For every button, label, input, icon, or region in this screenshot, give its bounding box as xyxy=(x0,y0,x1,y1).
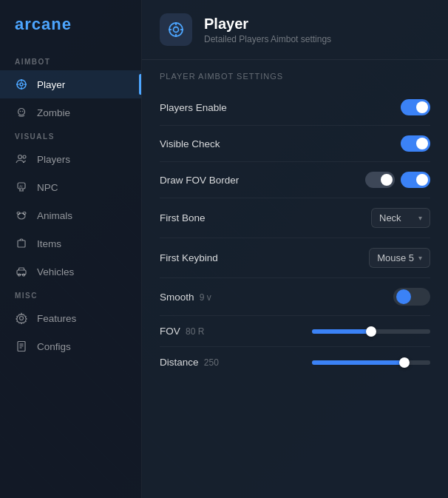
draw-fov-border-toggle-blue[interactable] xyxy=(401,172,430,188)
smooth-label: Smooth 9 v xyxy=(160,292,211,303)
setting-row-first-keybind: First Keybind Mouse 5 ▾ xyxy=(160,238,430,278)
fov-subval: 80 R xyxy=(183,326,205,337)
section-label-visuals: VISUALS xyxy=(0,127,141,145)
setting-row-fov: FOV 80 R xyxy=(160,316,430,347)
distance-slider-fill xyxy=(312,360,404,365)
smooth-toggle[interactable] xyxy=(393,288,430,306)
setting-row-first-bone: First Bone Neck ▾ xyxy=(160,198,430,238)
players-enable-label: Players Enable xyxy=(160,102,227,113)
svg-point-10 xyxy=(23,155,26,158)
settings-section-label: Player Aimbot Settings xyxy=(160,72,430,81)
visible-check-label: Visible Check xyxy=(160,138,220,149)
first-bone-chevron-icon: ▾ xyxy=(418,214,422,222)
users-icon xyxy=(15,152,28,166)
draw-fov-border-label: Draw FOV Border xyxy=(160,175,239,186)
nav-label-configs: Configs xyxy=(37,341,71,352)
svg-point-7 xyxy=(20,111,21,112)
app-logo: arcane xyxy=(0,15,141,52)
configs-file-icon xyxy=(15,340,28,353)
distance-slider-track xyxy=(312,360,430,365)
fov-slider-thumb[interactable] xyxy=(366,326,376,337)
svg-point-26 xyxy=(174,27,179,33)
items-icon xyxy=(15,237,28,250)
fov-slider-fill xyxy=(312,329,371,334)
svg-point-6 xyxy=(18,109,25,115)
animals-icon xyxy=(15,209,28,222)
visible-check-toggle[interactable] xyxy=(401,135,430,152)
sidebar-item-players[interactable]: Players xyxy=(0,145,141,173)
svg-point-8 xyxy=(22,111,24,112)
fov-slider-track xyxy=(312,329,430,334)
distance-subval: 250 xyxy=(202,357,219,368)
nav-label-player: Player xyxy=(37,79,65,90)
nav-label-players-visuals: Players xyxy=(37,154,70,165)
vehicles-icon xyxy=(15,265,28,278)
header-text: Player Detailed Players Aimbot settings xyxy=(204,16,331,44)
sidebar-item-zombie[interactable]: Zombie xyxy=(0,98,141,127)
draw-fov-border-controls xyxy=(365,172,430,188)
sidebar-item-configs[interactable]: Configs xyxy=(0,332,141,360)
svg-point-20 xyxy=(20,317,24,320)
first-keybind-value: Mouse 5 xyxy=(377,252,414,263)
svg-point-1 xyxy=(20,83,23,86)
features-gear-icon xyxy=(15,312,28,325)
setting-row-draw-fov-border: Draw FOV Border xyxy=(160,162,430,198)
setting-row-distance: Distance 250 xyxy=(160,347,430,377)
nav-label-zombie: Zombie xyxy=(37,107,70,118)
first-keybind-dropdown[interactable]: Mouse 5 ▾ xyxy=(369,248,430,268)
first-bone-value: Neck xyxy=(379,212,401,223)
section-label-misc: MISC xyxy=(0,286,141,304)
main-content: Player Detailed Players Aimbot settings … xyxy=(142,0,448,498)
sidebar-item-items[interactable]: Items xyxy=(0,229,141,258)
page-title: Player xyxy=(204,16,331,33)
svg-point-15 xyxy=(23,212,26,215)
fov-slider[interactable] xyxy=(312,329,430,334)
section-label-aimbot: AIMBOT xyxy=(0,52,141,70)
svg-text:AI: AI xyxy=(19,184,23,189)
first-bone-label: First Bone xyxy=(160,212,206,223)
nav-label-npc: NPC xyxy=(37,182,58,193)
nav-label-animals: Animals xyxy=(37,210,72,221)
npc-icon: AI xyxy=(15,181,28,194)
sidebar-item-vehicles[interactable]: Vehicles xyxy=(0,258,141,286)
sidebar-item-features[interactable]: Features xyxy=(0,304,141,332)
setting-row-players-enable: Players Enable xyxy=(160,90,430,126)
distance-slider-thumb[interactable] xyxy=(399,357,410,368)
page-header: Player Detailed Players Aimbot settings xyxy=(142,0,448,60)
setting-row-smooth: Smooth 9 v xyxy=(160,278,430,316)
svg-rect-16 xyxy=(18,240,25,247)
setting-row-visible-check: Visible Check xyxy=(160,126,430,162)
header-icon xyxy=(160,13,192,46)
sidebar: arcane AIMBOT Player xyxy=(0,0,142,498)
svg-point-14 xyxy=(17,212,20,215)
svg-point-9 xyxy=(18,155,22,159)
first-keybind-label: First Keybind xyxy=(160,252,218,263)
sidebar-item-player[interactable]: Player xyxy=(0,70,141,98)
distance-slider[interactable] xyxy=(312,360,430,365)
smooth-subval: 9 v xyxy=(197,292,211,303)
sidebar-item-npc[interactable]: AI NPC xyxy=(0,173,141,201)
distance-label: Distance 250 xyxy=(160,357,219,368)
players-enable-toggle[interactable] xyxy=(401,99,430,115)
crosshair-icon xyxy=(15,78,28,91)
nav-label-features: Features xyxy=(37,313,76,324)
nav-label-items: Items xyxy=(37,238,61,249)
fov-label: FOV 80 R xyxy=(160,326,204,337)
sidebar-item-animals[interactable]: Animals xyxy=(0,201,141,229)
first-bone-dropdown[interactable]: Neck ▾ xyxy=(371,208,430,228)
settings-panel: Player Aimbot Settings Players Enable Vi… xyxy=(142,60,448,498)
first-keybind-chevron-icon: ▾ xyxy=(418,254,422,262)
page-subtitle: Detailed Players Aimbot settings xyxy=(204,34,331,44)
nav-label-vehicles: Vehicles xyxy=(37,266,74,277)
draw-fov-border-toggle-grey[interactable] xyxy=(365,172,395,188)
zombie-icon xyxy=(15,106,28,119)
